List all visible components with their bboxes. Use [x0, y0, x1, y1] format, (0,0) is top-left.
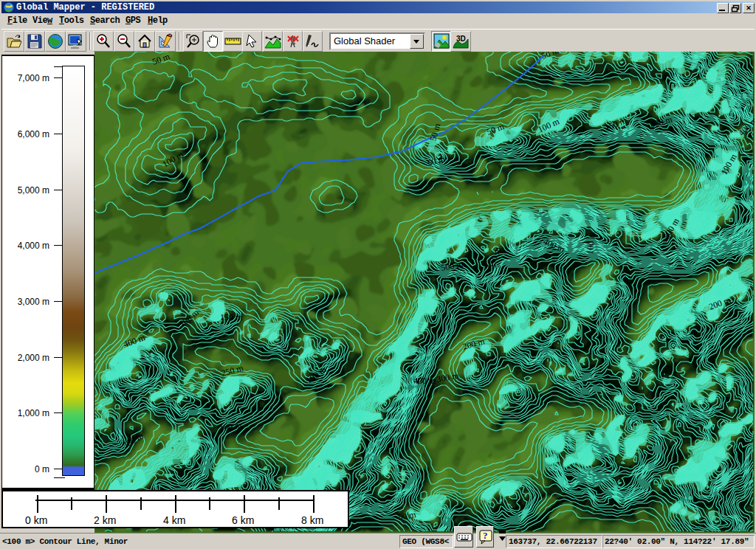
- svg-text:100 m: 100 m: [585, 231, 597, 255]
- svg-text:3D: 3D: [456, 35, 466, 43]
- svg-text:400 m: 400 m: [413, 376, 436, 386]
- svg-text:150 m: 150 m: [220, 312, 243, 322]
- svg-text:?: ?: [483, 530, 487, 541]
